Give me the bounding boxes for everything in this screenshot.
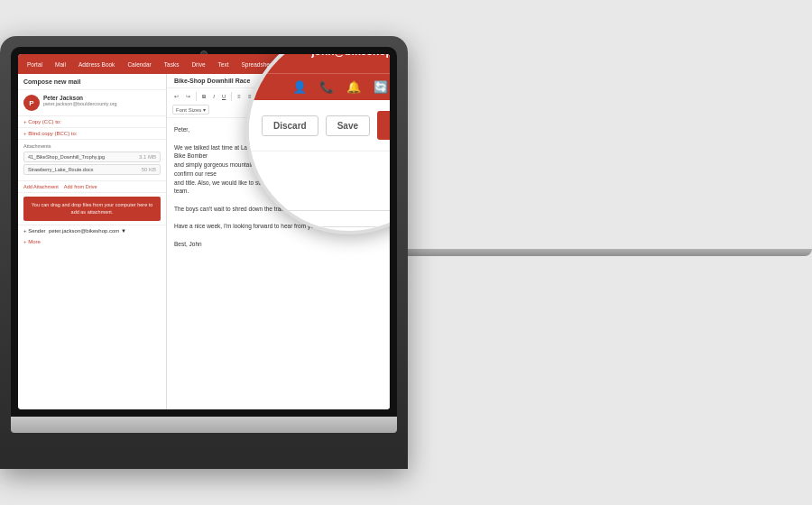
nav-drive[interactable]: Drive — [188, 60, 208, 69]
toolbar-undo[interactable]: ↩ — [172, 92, 180, 100]
toolbar-italic[interactable]: I — [211, 93, 217, 100]
bell-icon[interactable]: 🔔 — [346, 80, 361, 94]
sender-row[interactable]: + Sender peter.jackson@bikeshop.com ▼ — [18, 225, 166, 236]
toolbar-sep1 — [196, 92, 197, 101]
magnify-icons-bar: 👤 📞 🔔 🔄 ❓ ☰ — [249, 73, 390, 100]
nav-tasks[interactable]: Tasks — [161, 60, 183, 69]
logged-in-label: n as: — [287, 54, 306, 56]
magnify-action-bar: Discard Save Send Secure — [249, 100, 390, 152]
refresh-icon[interactable]: 🔄 — [374, 80, 388, 94]
nav-address-book[interactable]: Address Book — [75, 60, 118, 69]
toolbar-bold[interactable]: B — [200, 93, 208, 100]
copy-field[interactable]: + Copy (CC) to: — [18, 116, 166, 128]
attachment-item-2[interactable]: Strawberry_Lake_Route.docx 50 KB — [23, 164, 161, 175]
save-button[interactable]: Save — [326, 115, 370, 136]
attachment-1-size: 3.1 MB — [139, 154, 156, 160]
attachments-label: Attachments — [23, 143, 161, 149]
drag-drop-area: You can drag and drop files from your co… — [23, 197, 161, 221]
screen-bezel: Portal Mail Address Book Calendar Tasks … — [11, 47, 397, 417]
laptop-foot — [367, 249, 812, 256]
attachment-item-1[interactable]: 41_BikeShop_Downhill_Trophy.jpg 3.1 MB — [23, 152, 161, 162]
discard-button[interactable]: Discard — [262, 115, 318, 136]
sender-info: Peter Jackson peter.jackson@bouldercount… — [43, 95, 117, 106]
laptop-base — [11, 417, 397, 433]
bcc-field[interactable]: + Blind copy (BCC) to: — [18, 128, 166, 140]
laptop-screen: Portal Mail Address Book Calendar Tasks … — [18, 54, 390, 409]
email-body-line9: Best, John — [174, 240, 382, 249]
phone-icon[interactable]: 📞 — [319, 80, 334, 94]
magnify-logged-in: n as: john@bikeshop.com ⏻ — [263, 54, 390, 59]
attachments-section: Attachments 41_BikeShop_Downhill_Trophy.… — [18, 140, 166, 181]
nav-mail[interactable]: Mail — [51, 60, 69, 69]
toolbar-sep2 — [231, 92, 232, 101]
attachment-2-size: 50 KB — [142, 167, 156, 172]
add-attachment-btn[interactable]: Add Attachment — [23, 184, 59, 189]
add-from-drive-btn[interactable]: Add from Drive — [64, 184, 97, 189]
laptop-outer: Portal Mail Address Book Calendar Tasks … — [0, 36, 408, 469]
logged-in-email: john@bikeshop.com — [311, 54, 390, 58]
add-attachment-row: Add Attachment Add from Drive — [18, 181, 166, 193]
nav-text[interactable]: Text — [215, 60, 233, 69]
send-secure-button[interactable]: Send Secure — [377, 111, 390, 140]
user-icon[interactable]: 👤 — [292, 80, 307, 94]
compose-sender: P Peter Jackson peter.jackson@bouldercou… — [18, 90, 166, 116]
toolbar-font-size[interactable]: Font Sizes ▾ — [172, 105, 209, 115]
nav-portal[interactable]: Portal — [23, 60, 46, 69]
compose-header: Compose new mail — [18, 74, 166, 90]
compose-panel: Compose new mail P Peter Jackson peter.j… — [18, 74, 167, 409]
more-row[interactable]: + More — [18, 236, 166, 247]
toolbar-underline[interactable]: U — [220, 93, 227, 100]
magnify-lock-area: 🔒 — [249, 152, 390, 205]
sender-name: Peter Jackson — [43, 95, 117, 101]
avatar: P — [23, 95, 40, 111]
toolbar-redo[interactable]: ↪ — [184, 92, 192, 100]
sender-email: peter.jackson@bouldercounty.org — [43, 101, 117, 106]
toolbar-list1[interactable]: ≡ — [235, 93, 243, 100]
nav-calendar[interactable]: Calendar — [124, 60, 154, 69]
